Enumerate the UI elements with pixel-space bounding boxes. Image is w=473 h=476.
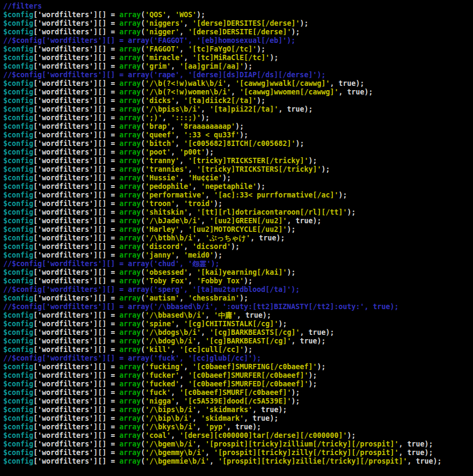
php-variable: $config xyxy=(3,234,33,242)
line-end: ); xyxy=(270,54,278,62)
code-line-comment: //$config['wordfilters'][] = array('chud… xyxy=(3,260,473,268)
filter-replacement-string: 'ぶっちゃけ' xyxy=(205,234,250,242)
argument-separator: , xyxy=(162,114,171,122)
code-editor[interactable]: //filters$config['wordfilters'][] = arra… xyxy=(0,0,473,476)
argument-separator: , xyxy=(179,225,188,233)
filter-source-string: '/\bips\b/i' xyxy=(145,406,197,414)
array-keyword: array xyxy=(119,114,141,122)
array-subscript: ['wordfilters'][] = xyxy=(33,225,119,233)
array-subscript: ['wordfilters'][] = xyxy=(33,397,119,405)
array-keyword: array xyxy=(119,97,141,105)
open-paren: ( xyxy=(141,449,145,457)
code-line: $config['wordfilters'][] = array('Harley… xyxy=(3,225,473,234)
php-variable: $config xyxy=(3,243,33,251)
filter-source-string: 'troon' xyxy=(145,200,175,208)
filter-replacement-string: '8raaaaaaaap' xyxy=(179,122,235,130)
php-variable: $config xyxy=(3,328,33,336)
filter-source-string: 'miracle' xyxy=(145,54,184,62)
php-variable: $config xyxy=(3,294,33,302)
code-line: $config['wordfilters'][] = array('FAGGOT… xyxy=(3,45,473,54)
php-variable: $config xyxy=(3,62,33,70)
open-paren: ( xyxy=(141,225,145,233)
array-keyword: array xyxy=(119,11,141,19)
php-variable: $config xyxy=(3,208,33,216)
array-keyword: array xyxy=(119,449,141,457)
filter-replacement-string: '[aa]grim[/aa]' xyxy=(179,62,244,70)
filter-source-string: '/\bbased\b/i' xyxy=(145,311,205,319)
argument-separator: , xyxy=(184,243,192,251)
filter-source-string: '/\bkys\b/i' xyxy=(145,423,197,431)
array-keyword: array xyxy=(119,440,141,448)
array-subscript: ['wordfilters'][] = xyxy=(33,140,119,148)
php-variable: $config xyxy=(3,251,33,259)
filter-replacement-string: '[cg]CHITINSTALK[/cg]' xyxy=(184,320,278,328)
argument-separator: , xyxy=(179,294,188,302)
argument-separator: , xyxy=(179,371,188,379)
array-keyword: array xyxy=(119,457,141,465)
php-variable: $config xyxy=(3,200,33,208)
open-paren: ( xyxy=(141,114,145,122)
php-variable: $config xyxy=(3,406,33,414)
line-end: , true); xyxy=(278,105,312,113)
filter-replacement-string: 'p00t' xyxy=(179,148,205,156)
php-variable: $config xyxy=(3,165,33,173)
filter-replacement-string: '[cawwg]wwomen[/cawwg]' xyxy=(239,88,338,96)
argument-separator: , xyxy=(175,397,184,405)
php-variable: $config xyxy=(3,122,33,130)
php-variable: $config xyxy=(3,105,33,113)
argument-separator: , xyxy=(227,79,235,87)
php-variable: $config xyxy=(3,54,33,62)
code-line: $config['wordfilters'][] = array('QOS', … xyxy=(3,11,473,19)
filter-replacement-string: ':::;)' xyxy=(171,114,201,122)
argument-separator: , xyxy=(192,414,201,422)
array-subscript: ['wordfilters'][] = xyxy=(33,19,119,27)
argument-separator: , xyxy=(184,19,192,27)
open-paren: ( xyxy=(141,243,145,251)
line-end: ); xyxy=(295,140,304,148)
line-end: ); xyxy=(214,251,222,259)
filter-source-string: 'QOS' xyxy=(145,11,166,19)
array-subscript: ['wordfilters'][] = xyxy=(33,182,119,191)
filter-replacement-string: '[ta]pii22[/ta]' xyxy=(209,105,278,113)
line-end: , true); xyxy=(250,234,285,242)
php-variable: $config xyxy=(3,131,33,139)
array-keyword: array xyxy=(119,79,141,87)
array-subscript: ['wordfilters'][] = xyxy=(33,45,119,53)
open-paren: ( xyxy=(141,457,145,465)
line-end: , true); xyxy=(227,423,261,431)
array-keyword: array xyxy=(119,148,141,156)
code-line-comment: //filters xyxy=(3,2,473,11)
code-line: $config['wordfilters'][] = array('/\bpis… xyxy=(3,105,473,114)
array-subscript: ['wordfilters'][] = xyxy=(33,131,119,139)
open-paren: ( xyxy=(141,277,145,285)
filter-source-string: 'autism' xyxy=(145,294,179,302)
array-subscript: ['wordfilters'][] = xyxy=(33,311,119,319)
filter-source-string: '/\b(?<!w)walk\b/i' xyxy=(145,79,227,87)
argument-separator: , xyxy=(205,191,214,199)
array-subscript: ['wordfilters'][] = xyxy=(33,97,119,105)
line-end: , true); xyxy=(338,88,373,96)
code-line: $config['wordfilters'][] = array('brap',… xyxy=(3,122,473,131)
open-paren: ( xyxy=(141,79,145,87)
code-line: $config['wordfilters'][] = array('bitch'… xyxy=(3,140,473,148)
filter-replacement-string: '[prospit][tricky]zillie[/tricky][/prosp… xyxy=(218,457,407,465)
code-line-comment: //$config['wordfilters'][] = array('/\bb… xyxy=(3,303,473,311)
php-variable: $config xyxy=(3,157,33,165)
filter-replacement-string: 'nepetaphile' xyxy=(201,182,257,191)
argument-separator: , xyxy=(175,200,184,208)
array-keyword: array xyxy=(119,217,141,225)
array-subscript: ['wordfilters'][] = xyxy=(33,122,119,130)
line-end: ); xyxy=(308,371,317,379)
array-keyword: array xyxy=(119,380,141,388)
array-subscript: ['wordfilters'][] = xyxy=(33,200,119,208)
code-line: $config['wordfilters'][] = array('troon'… xyxy=(3,200,473,208)
php-variable: $config xyxy=(3,440,33,448)
filter-replacement-string: '[cg]BARKBEASTS[/cg]' xyxy=(209,328,300,336)
argument-separator: , xyxy=(197,423,205,431)
array-subscript: ['wordfilters'][] = xyxy=(33,268,119,276)
open-paren: ( xyxy=(141,45,145,53)
array-subscript: ['wordfilters'][] = xyxy=(33,62,119,70)
array-subscript: ['wordfilters'][] = xyxy=(33,217,119,225)
line-end: , true); xyxy=(330,79,364,87)
code-line: $config['wordfilters'][] = array('tranny… xyxy=(3,157,473,165)
